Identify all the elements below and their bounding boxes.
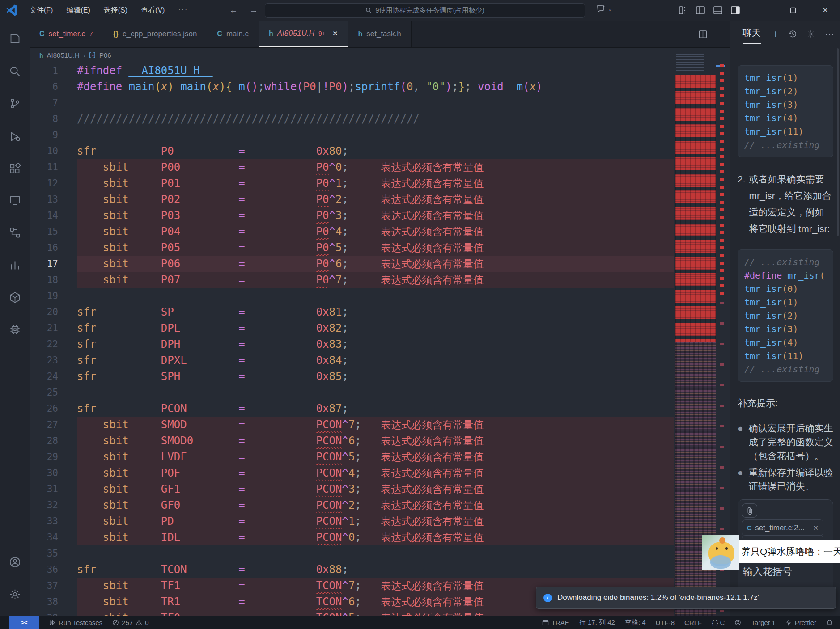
- app-badge[interactable]: TRAE: [542, 619, 569, 626]
- breadcrumb-symbol[interactable]: P06: [99, 51, 111, 59]
- tab-ai8051u-h[interactable]: h AI8051U.H 9+ ✕: [259, 21, 348, 47]
- line-number[interactable]: 9: [30, 127, 77, 143]
- attachment-chip-set-timer[interactable]: C set_timer.c:2... ✕: [742, 519, 823, 536]
- history-icon[interactable]: [788, 30, 797, 38]
- code-line[interactable]: 27 sbit SMOD = PCON^7; 表达式必须含有常量值: [30, 417, 730, 433]
- line-number[interactable]: 38: [30, 594, 77, 610]
- code-line[interactable]: 19: [30, 288, 730, 304]
- close-tab-icon[interactable]: ✕: [332, 30, 338, 38]
- menu-file[interactable]: 文件(F): [30, 6, 53, 15]
- nav-forward-icon[interactable]: →: [249, 5, 258, 15]
- code-line[interactable]: 23sfr DPXL = 0x84;: [30, 352, 730, 368]
- chart-icon[interactable]: [9, 259, 21, 271]
- line-number[interactable]: 29: [30, 449, 77, 465]
- command-center-search[interactable]: 9使用协程完成多任务调度(占用极少): [265, 3, 585, 18]
- explorer-icon[interactable]: [9, 33, 21, 45]
- toggle-panel-icon[interactable]: [713, 5, 723, 15]
- line-number[interactable]: 26: [30, 401, 77, 417]
- line-number[interactable]: 24: [30, 368, 77, 384]
- code-line[interactable]: 36sfr TCON = 0x88;: [30, 561, 730, 578]
- chat-more-icon[interactable]: ···: [825, 29, 834, 39]
- remote-indicator[interactable]: ><: [9, 616, 39, 629]
- line-number[interactable]: 10: [30, 143, 77, 159]
- ai-chat-button[interactable]: ⌄: [596, 4, 612, 14]
- code-line[interactable]: 14 sbit P03 = P0^3; 表达式必须含有常量值: [30, 207, 730, 224]
- line-number[interactable]: 33: [30, 513, 77, 529]
- chat-scrollbar[interactable]: [837, 48, 839, 236]
- line-number[interactable]: 18: [30, 272, 77, 288]
- tab-set-timer-c[interactable]: C set_timer.c 7: [30, 21, 103, 47]
- menu-view[interactable]: 查看(V): [141, 6, 165, 15]
- line-number[interactable]: 36: [30, 561, 77, 578]
- problems-button[interactable]: 257 0: [112, 619, 148, 626]
- line-number[interactable]: 32: [30, 497, 77, 513]
- code-line[interactable]: 8///////////////////////////////////////…: [30, 111, 730, 127]
- code-line[interactable]: 25: [30, 384, 730, 401]
- minimize-button[interactable]: ─: [751, 0, 772, 21]
- account-icon[interactable]: [9, 556, 21, 568]
- line-number[interactable]: 22: [30, 336, 77, 352]
- pipeline-icon[interactable]: [9, 227, 21, 239]
- code-line[interactable]: 13 sbit P02 = P0^2; 表达式必须含有常量值: [30, 191, 730, 207]
- tab-main-c[interactable]: C main.c: [207, 21, 259, 47]
- layout-customize-icon[interactable]: [678, 5, 688, 15]
- line-number[interactable]: 19: [30, 288, 77, 304]
- line-number[interactable]: 30: [30, 465, 77, 481]
- code-line[interactable]: 1#ifndef __AI8051U_H__: [30, 63, 730, 79]
- line-number[interactable]: 7: [30, 95, 77, 111]
- line-number[interactable]: 34: [30, 529, 77, 545]
- line-number[interactable]: 8: [30, 111, 77, 127]
- run-testcases-button[interactable]: Run Testcases: [49, 619, 102, 626]
- breadcrumb-file[interactable]: AI8051U.H: [47, 51, 80, 59]
- code-line[interactable]: 21sfr DPL = 0x82;: [30, 320, 730, 336]
- new-chat-icon[interactable]: +: [772, 28, 779, 40]
- line-number[interactable]: 11: [30, 159, 77, 175]
- code-line[interactable]: 33 sbit PD = PCON^1; 表达式必须含有常量值: [30, 513, 730, 529]
- line-number[interactable]: 37: [30, 578, 77, 594]
- code-line[interactable]: 22sfr DPH = 0x83;: [30, 336, 730, 352]
- menu-selection[interactable]: 选择(S): [104, 6, 127, 15]
- chat-input-text[interactable]: 输入花括号: [743, 565, 792, 578]
- close-window-button[interactable]: ✕: [815, 0, 836, 21]
- editor-more-actions-icon[interactable]: ···: [719, 30, 726, 38]
- code-line[interactable]: 6#define main(x) main(x){_m();while(P0|!…: [30, 79, 730, 95]
- code-line[interactable]: 30 sbit POF = PCON^4; 表达式必须含有常量值: [30, 465, 730, 481]
- formatter[interactable]: Prettier: [785, 619, 816, 626]
- code-line[interactable]: 39 sbit TF0 = TCON^5; 表达式必须含有常量值: [30, 610, 730, 616]
- code-line[interactable]: 15 sbit P04 = P0^4; 表达式必须含有常量值: [30, 224, 730, 240]
- code-line[interactable]: 12 sbit P01 = P0^1; 表达式必须含有常量值: [30, 175, 730, 191]
- overview-ruler[interactable]: [717, 51, 727, 616]
- line-number[interactable]: 27: [30, 417, 77, 433]
- code-line[interactable]: 10sfr P0 = 0x80;: [30, 143, 730, 159]
- eol-sequence[interactable]: CRLF: [684, 619, 702, 626]
- minimap[interactable]: [675, 51, 717, 616]
- line-number[interactable]: 23: [30, 352, 77, 368]
- nav-back-icon[interactable]: ←: [229, 5, 238, 15]
- feedback-smiley-icon[interactable]: [734, 619, 741, 626]
- code-line[interactable]: 35: [30, 545, 730, 561]
- tab-set-task-h[interactable]: h set_task.h: [348, 21, 411, 47]
- code-line[interactable]: 9: [30, 127, 730, 143]
- code-line[interactable]: 16 sbit P05 = P0^5; 表达式必须含有常量值: [30, 240, 730, 256]
- menu-more[interactable]: ···: [178, 6, 188, 15]
- source-control-icon[interactable]: [9, 97, 21, 110]
- remove-chip-icon[interactable]: ✕: [813, 524, 819, 532]
- code-line[interactable]: 26sfr PCON = 0x87;: [30, 401, 730, 417]
- code-line[interactable]: 24sfr SPH = 0x85;: [30, 368, 730, 384]
- line-number[interactable]: 1: [30, 63, 77, 79]
- code-line[interactable]: 31 sbit GF1 = PCON^3; 表达式必须含有常量值: [30, 481, 730, 497]
- line-number[interactable]: 28: [30, 433, 77, 449]
- line-number[interactable]: 25: [30, 384, 77, 401]
- code-editor[interactable]: 1#ifndef __AI8051U_H__6#define main(x) m…: [30, 63, 730, 616]
- line-number[interactable]: 39: [30, 610, 77, 616]
- code-line[interactable]: 28 sbit SMOD0 = PCON^6; 表达式必须含有常量值: [30, 433, 730, 449]
- extensions-icon[interactable]: [9, 163, 21, 175]
- line-number[interactable]: 6: [30, 79, 77, 95]
- build-target[interactable]: Target 1: [751, 619, 775, 626]
- split-editor-icon[interactable]: [698, 30, 708, 39]
- chip-icon[interactable]: [9, 324, 21, 336]
- tab-chat[interactable]: 聊天: [743, 27, 761, 44]
- code-line[interactable]: 7: [30, 95, 730, 111]
- run-debug-icon[interactable]: [9, 131, 21, 143]
- popup-ad-banner[interactable]: 养只Q弹水豚噜噜：一天变: [739, 540, 840, 563]
